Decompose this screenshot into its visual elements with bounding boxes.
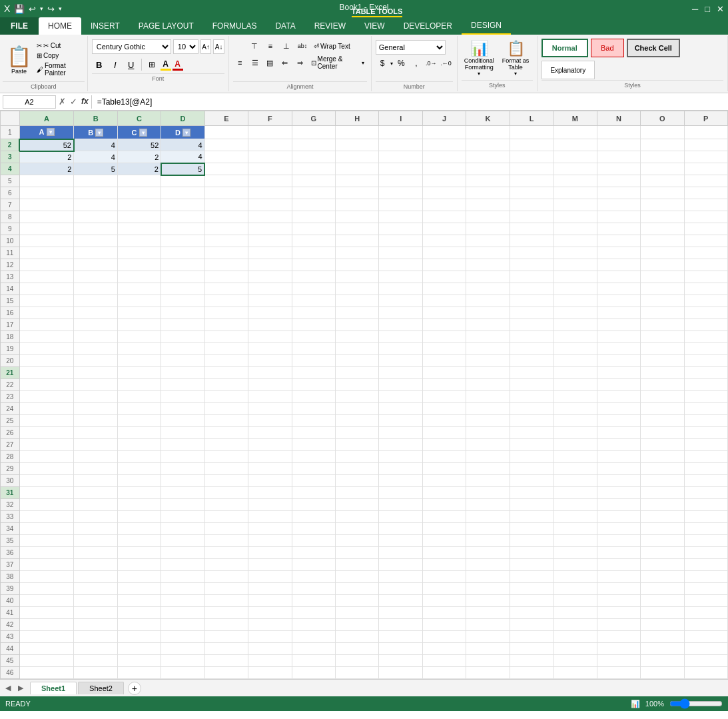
column-header-e[interactable]: E [204,111,248,126]
cell-L4[interactable] [510,163,553,175]
name-box[interactable] [3,95,56,109]
row-number-4[interactable]: 4 [1,163,20,175]
cell-G28[interactable] [292,451,335,463]
cell-A23[interactable] [19,391,74,403]
cell-C4[interactable]: 2 [117,163,161,175]
cell-D45[interactable] [161,655,204,667]
cell-I23[interactable] [379,391,422,403]
cell-P16[interactable] [684,307,727,319]
cell-K6[interactable] [466,187,510,199]
undo-dropdown-icon[interactable]: ▾ [40,5,43,12]
cell-F27[interactable] [248,439,292,451]
fill-color-button[interactable]: A [161,59,171,71]
cell-B37[interactable] [74,559,117,571]
cell-G10[interactable] [292,235,335,247]
cell-H42[interactable] [336,619,379,631]
cell-H44[interactable] [336,643,379,655]
cell-F26[interactable] [248,427,292,439]
cell-J20[interactable] [422,355,466,367]
cell-L33[interactable] [510,511,553,523]
cell-P45[interactable] [684,655,727,667]
row-number-9[interactable]: 9 [1,223,20,235]
cell-E46[interactable] [204,667,248,679]
cell-G33[interactable] [292,511,335,523]
cell-I30[interactable] [379,475,422,487]
cell-C26[interactable] [117,427,161,439]
cell-K4[interactable] [466,163,510,175]
cell-N35[interactable] [597,535,640,547]
row-number-24[interactable]: 24 [1,403,20,415]
cell-D16[interactable] [161,307,204,319]
cell-K35[interactable] [466,535,510,547]
row-number-41[interactable]: 41 [1,607,20,619]
cell-J36[interactable] [422,547,466,559]
cell-B45[interactable] [74,655,117,667]
cell-H20[interactable] [336,355,379,367]
cell-P39[interactable] [684,583,727,595]
cell-O39[interactable] [641,583,684,595]
cell-O46[interactable] [641,667,684,679]
cell-C20[interactable] [117,355,161,367]
orientation-button[interactable]: ab↕ [295,39,310,53]
cell-A13[interactable] [19,271,74,283]
cell-M43[interactable] [553,631,597,643]
cell-D37[interactable] [161,559,204,571]
cell-F15[interactable] [248,295,292,307]
cell-I28[interactable] [379,451,422,463]
cell-I13[interactable] [379,271,422,283]
cell-O44[interactable] [641,643,684,655]
cell-A2[interactable]: 52 [19,139,74,151]
cell-L13[interactable] [510,271,553,283]
cell-P21[interactable] [684,367,727,379]
cell-K24[interactable] [466,403,510,415]
cell-J46[interactable] [422,667,466,679]
cell-N29[interactable] [597,463,640,475]
cell-G21[interactable] [292,367,335,379]
wrap-text-button[interactable]: ⏎ Wrap Text [311,39,353,53]
bold-button[interactable]: B [92,57,107,72]
cell-O25[interactable] [641,415,684,427]
cell-I34[interactable] [379,523,422,535]
cell-P30[interactable] [684,475,727,487]
cell-O9[interactable] [641,223,684,235]
cell-L39[interactable] [510,583,553,595]
cell-E10[interactable] [204,235,248,247]
underline-button[interactable]: U [124,57,139,72]
cell-L18[interactable] [510,331,553,343]
cell-B7[interactable] [74,199,117,211]
cell-P13[interactable] [684,271,727,283]
cell-M27[interactable] [553,439,597,451]
cell-L14[interactable] [510,283,553,295]
row-number-39[interactable]: 39 [1,583,20,595]
cell-J28[interactable] [422,451,466,463]
cell-J13[interactable] [422,271,466,283]
cell-P1[interactable] [684,126,727,139]
row-number-28[interactable]: 28 [1,451,20,463]
cell-D19[interactable] [161,343,204,355]
cell-D32[interactable] [161,499,204,511]
undo-icon[interactable]: ↩ [29,4,36,14]
row-number-5[interactable]: 5 [1,175,20,187]
cell-E45[interactable] [204,655,248,667]
cell-E12[interactable] [204,259,248,271]
cell-D14[interactable] [161,283,204,295]
cell-D40[interactable] [161,595,204,607]
cell-H36[interactable] [336,547,379,559]
cell-I5[interactable] [379,175,422,187]
check-cell-style[interactable]: Check Cell [627,39,680,57]
cell-A6[interactable] [19,187,74,199]
cell-N24[interactable] [597,403,640,415]
cell-B43[interactable] [74,631,117,643]
cell-F31[interactable] [248,487,292,499]
cell-L32[interactable] [510,499,553,511]
cell-K40[interactable] [466,595,510,607]
cell-F11[interactable] [248,247,292,259]
cell-O8[interactable] [641,211,684,223]
borders-button[interactable]: ⊞ [145,57,159,72]
cell-D17[interactable] [161,319,204,331]
cell-J22[interactable] [422,379,466,391]
cell-L36[interactable] [510,547,553,559]
cell-L22[interactable] [510,379,553,391]
cell-I3[interactable] [379,151,422,163]
italic-button[interactable]: I [108,57,123,72]
